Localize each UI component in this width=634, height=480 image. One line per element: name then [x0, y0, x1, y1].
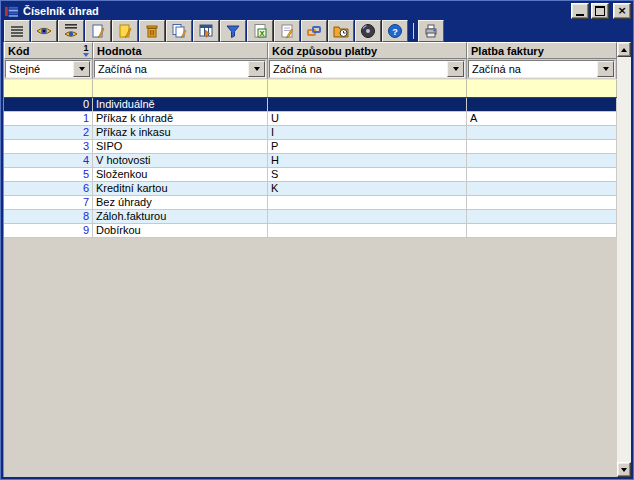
filter-cell-hodnota: Začíná na	[93, 59, 268, 79]
svg-text:X: X	[259, 29, 264, 38]
media-button[interactable]	[355, 20, 381, 42]
filter-cell-kod: Stejné	[4, 59, 93, 79]
toolbar: X	[3, 20, 631, 42]
scroll-down-icon	[621, 468, 627, 472]
printer-icon	[423, 23, 439, 39]
eye-columns-icon	[63, 23, 79, 39]
table-edit-icon	[198, 23, 214, 39]
chevron-down-icon	[254, 67, 260, 71]
table-row[interactable]: 8 Záloh.fakturou	[4, 210, 617, 224]
chain-links-icon	[306, 23, 322, 39]
table-row[interactable]: 7 Bez úhrady	[4, 196, 617, 210]
filter-button[interactable]	[220, 20, 246, 42]
copy-icon	[171, 23, 187, 39]
window-title: Číselník úhrad	[23, 5, 99, 17]
dropdown-button[interactable]	[597, 61, 614, 77]
close-button[interactable]: ×	[613, 3, 631, 19]
dropdown-button[interactable]	[248, 61, 265, 77]
dropdown-button[interactable]	[73, 61, 90, 77]
filter-operator-select-hodnota[interactable]: Začíná na	[94, 60, 266, 78]
quick-filter-input[interactable]	[4, 79, 93, 97]
titlebar[interactable]: Číselník úhrad ×	[3, 2, 631, 20]
data-grid: Kód 1 Hodnota Kód způsobu platby Platba …	[3, 42, 617, 477]
maximize-icon	[595, 6, 605, 16]
trash-icon	[144, 23, 160, 39]
column-header-platba-faktury[interactable]: Platba faktury	[467, 42, 617, 59]
filter-cell-kod-zpusobu: Začíná na	[268, 59, 467, 79]
chevron-down-icon	[603, 67, 609, 71]
disc-icon	[360, 23, 376, 39]
column-header-kod[interactable]: Kód 1	[4, 42, 93, 59]
app-icon	[4, 5, 19, 18]
view-columns-button[interactable]	[58, 20, 84, 42]
quick-filter-input[interactable]	[467, 79, 617, 97]
toolbar-separator	[413, 23, 414, 39]
eye-icon	[36, 23, 52, 39]
copy-record-button[interactable]	[166, 20, 192, 42]
notes-icon	[279, 23, 295, 39]
filter-operator-select-platba[interactable]: Začíná na	[468, 60, 615, 78]
new-record-button[interactable]	[85, 20, 111, 42]
table-row[interactable]: 2 Příkaz k inkasu I	[4, 126, 617, 140]
table-row[interactable]: 1 Příkaz k úhradě U A	[4, 112, 617, 126]
filter-operator-select-kod[interactable]: Stejné	[5, 60, 91, 78]
minimize-button[interactable]	[571, 3, 589, 19]
table-row[interactable]: 6 Kreditní kartou K	[4, 182, 617, 196]
scroll-down-button[interactable]	[617, 462, 631, 477]
list-icon	[9, 23, 25, 39]
maximize-button[interactable]	[591, 3, 609, 19]
filter-operator-row: Stejné Začíná na Začíná na Začíná na	[4, 59, 617, 79]
quick-filter-input[interactable]	[93, 79, 268, 97]
new-record-icon	[90, 23, 106, 39]
scroll-up-button[interactable]	[617, 42, 631, 57]
view-button[interactable]	[31, 20, 57, 42]
folder-clock-icon	[333, 23, 349, 39]
scroll-up-icon	[621, 48, 627, 52]
column-header-kod-zpusobu-platby[interactable]: Kód způsobu platby	[268, 42, 467, 59]
history-button[interactable]	[328, 20, 354, 42]
delete-record-button[interactable]	[139, 20, 165, 42]
table-row[interactable]: 3 SIPO P	[4, 140, 617, 154]
column-header-hodnota[interactable]: Hodnota	[93, 42, 268, 59]
app-window: Číselník úhrad ×	[0, 0, 634, 480]
table-row[interactable]: 5 Složenkou S	[4, 168, 617, 182]
minimize-icon	[576, 14, 584, 16]
chevron-down-icon	[79, 67, 85, 71]
list-button[interactable]	[4, 20, 30, 42]
quick-filter-row	[4, 79, 617, 98]
quick-filter-input[interactable]	[268, 79, 467, 97]
vertical-scrollbar[interactable]	[617, 42, 631, 477]
sort-arrow-icon	[83, 53, 89, 57]
edit-record-icon	[117, 23, 133, 39]
filter-funnel-icon	[225, 23, 241, 39]
notes-button[interactable]	[274, 20, 300, 42]
filter-operator-select-kod-zpusobu[interactable]: Začíná na	[269, 60, 465, 78]
filter-cell-platba: Začíná na	[467, 59, 617, 79]
excel-icon: X	[252, 23, 268, 39]
table-row[interactable]: 0 Individuálně	[4, 98, 617, 112]
table-row[interactable]: 4 V hotovosti H	[4, 154, 617, 168]
sort-indicator: 1	[83, 44, 89, 57]
close-icon: ×	[617, 6, 626, 16]
print-button[interactable]	[418, 20, 444, 42]
bulk-edit-button[interactable]	[193, 20, 219, 42]
help-icon: ?	[387, 23, 403, 39]
dropdown-button[interactable]	[447, 61, 464, 77]
excel-export-button[interactable]: X	[247, 20, 273, 42]
grid-empty-area	[4, 238, 617, 477]
chevron-down-icon	[453, 67, 459, 71]
header-row: Kód 1 Hodnota Kód způsobu platby Platba …	[4, 42, 617, 59]
table-row[interactable]: 9 Dobírkou	[4, 224, 617, 238]
links-button[interactable]	[301, 20, 327, 42]
svg-text:?: ?	[392, 27, 398, 37]
help-button[interactable]: ?	[382, 20, 408, 42]
window-controls: ×	[569, 3, 631, 19]
edit-record-button[interactable]	[112, 20, 138, 42]
